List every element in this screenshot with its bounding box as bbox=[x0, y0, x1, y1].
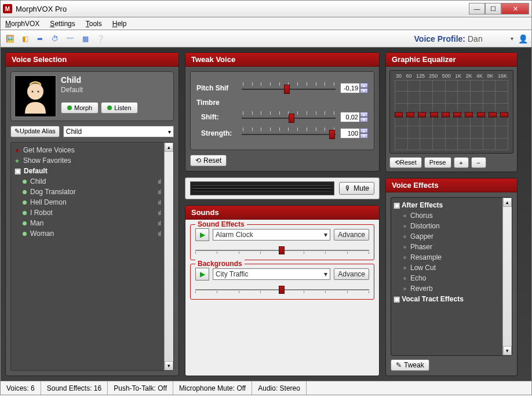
bg-play-button[interactable]: ▶ bbox=[195, 268, 209, 281]
bg-select[interactable]: City Traffic▾ bbox=[213, 268, 330, 280]
spin-down-icon[interactable]: ▾ bbox=[360, 88, 368, 93]
bg-volume-slider[interactable] bbox=[195, 284, 369, 294]
strength-value-input[interactable] bbox=[340, 128, 360, 139]
morph-button[interactable]: Morph bbox=[61, 102, 99, 114]
menu-help[interactable]: Help bbox=[112, 20, 127, 28]
status-audio: Audio: Stereo bbox=[252, 381, 307, 395]
sfx-volume-slider[interactable] bbox=[195, 245, 369, 255]
alias-select-value: Child bbox=[66, 128, 82, 136]
scroll-down-icon[interactable]: ▾ bbox=[165, 361, 173, 370]
pitch-spinbox[interactable]: ▴▾ bbox=[340, 83, 368, 93]
effect-lowcut[interactable]: Low Cut bbox=[393, 263, 500, 273]
sounds-header: Sounds bbox=[185, 206, 379, 220]
eq-preset-button[interactable]: Prese bbox=[424, 157, 451, 168]
current-voice-name: Child bbox=[61, 75, 138, 85]
voice-item-robot[interactable]: I Robotııl bbox=[12, 207, 163, 218]
scroll-up-icon[interactable]: ▴ bbox=[503, 198, 512, 207]
signal-icon: ııl bbox=[158, 210, 161, 216]
voice-item-hell[interactable]: Hell Demonııl bbox=[12, 197, 163, 207]
voice-avatar bbox=[14, 75, 56, 117]
bg-advance-button[interactable]: Advance bbox=[334, 268, 369, 280]
scroll-down-icon[interactable]: ▾ bbox=[503, 346, 512, 355]
toolbar-icon-1[interactable]: 🖼️ bbox=[4, 33, 16, 45]
status-sfx: Sound Effects: 16 bbox=[41, 381, 108, 395]
menu-tools[interactable]: Tools bbox=[86, 20, 102, 28]
strength-spinbox[interactable]: ▴▾ bbox=[340, 128, 368, 139]
effect-phaser[interactable]: Phaser bbox=[393, 242, 500, 252]
pitch-value-input[interactable] bbox=[340, 83, 360, 93]
listen-button[interactable]: Listen bbox=[101, 102, 137, 114]
scroll-up-icon[interactable]: ▴ bbox=[165, 143, 173, 152]
close-button[interactable]: ✕ bbox=[501, 3, 529, 14]
tweak-reset-button[interactable]: ⟲Reset bbox=[190, 155, 227, 166]
status-voices: Voices: 6 bbox=[1, 381, 41, 395]
effect-distortion[interactable]: Distortion bbox=[393, 221, 500, 231]
listen-dot-icon bbox=[107, 105, 112, 110]
status-mic: Microphone Mute: Off bbox=[173, 381, 252, 395]
effect-chorus[interactable]: Chorus bbox=[393, 210, 500, 221]
spin-down-icon[interactable]: ▾ bbox=[360, 133, 368, 139]
spin-up-icon[interactable]: ▴ bbox=[360, 112, 368, 117]
voice-item-dog[interactable]: Dog Translatorııl bbox=[12, 187, 163, 197]
effects-scrollbar[interactable]: ▴ ▾ bbox=[502, 198, 512, 355]
sfx-advance-button[interactable]: Advance bbox=[334, 229, 369, 241]
voice-item-child[interactable]: Childııl bbox=[12, 176, 163, 187]
sfx-play-button[interactable]: ▶ bbox=[195, 228, 209, 241]
voice-group-default[interactable]: ▣Default bbox=[12, 166, 163, 176]
voice-profile-value: Dan bbox=[468, 34, 508, 43]
backgrounds-label: Backgrounds bbox=[195, 260, 245, 268]
spin-up-icon[interactable]: ▴ bbox=[360, 83, 368, 88]
timbre-label: Timbre bbox=[196, 99, 368, 107]
voice-profile-selector[interactable]: Voice Profile: Dan ▾ 👤 bbox=[414, 34, 528, 43]
voice-profile-caret-icon: ▾ bbox=[511, 35, 513, 42]
toolbar-help-icon[interactable]: ❔ bbox=[94, 33, 106, 45]
effects-tweak-button[interactable]: ✎Tweak bbox=[391, 359, 429, 371]
eq-band-labels: 30601252505001K2K4K8K16K bbox=[395, 73, 508, 80]
eq-plus-button[interactable]: + bbox=[454, 157, 469, 168]
eq-minus-button[interactable]: − bbox=[471, 157, 486, 168]
voice-item-man[interactable]: Manııl bbox=[12, 218, 163, 228]
after-effects-group[interactable]: ▣ After Effects bbox=[393, 200, 500, 210]
update-alias-button[interactable]: ✎Update Alias bbox=[10, 126, 60, 137]
effect-echo[interactable]: Echo bbox=[393, 273, 500, 283]
alias-caret-icon: ▾ bbox=[168, 129, 171, 135]
toolbar-icon-3[interactable]: ➦ bbox=[34, 33, 46, 45]
svg-point-2 bbox=[38, 91, 39, 93]
toolbar-icon-2[interactable]: ◧ bbox=[19, 33, 31, 45]
effect-reverb[interactable]: Reverb bbox=[393, 283, 500, 294]
toolbar-timer-icon[interactable]: ⏱ bbox=[49, 33, 61, 45]
effect-gapper[interactable]: Gapper bbox=[393, 231, 500, 242]
toolbar: 🖼️ ◧ ➦ ⏱ 〰 ▦ ❔ Voice Profile: Dan ▾ 👤 bbox=[0, 30, 532, 48]
signal-icon: ııl bbox=[158, 220, 161, 227]
sfx-select[interactable]: Alarm Clock▾ bbox=[213, 229, 330, 241]
get-more-voices[interactable]: ★Get More Voices bbox=[12, 145, 163, 155]
show-favorites[interactable]: ★Show Favorites bbox=[12, 155, 163, 166]
mute-button[interactable]: 🎙Mute bbox=[339, 182, 374, 195]
maximize-button[interactable]: ☐ bbox=[485, 3, 501, 14]
effect-resample[interactable]: Resample bbox=[393, 252, 500, 263]
eq-grid[interactable] bbox=[395, 80, 508, 150]
sound-effects-label: Sound Effects bbox=[195, 220, 247, 228]
toolbar-wave-icon[interactable]: 〰 bbox=[64, 33, 76, 45]
menu-settings[interactable]: Settings bbox=[50, 20, 75, 28]
svg-point-1 bbox=[32, 91, 34, 93]
spin-up-icon[interactable]: ▴ bbox=[360, 128, 368, 133]
voice-list: ★Get More Voices ★Show Favorites ▣Defaul… bbox=[11, 143, 164, 370]
shift-spinbox[interactable]: ▴▾ bbox=[340, 112, 368, 122]
status-ptt: Push-To-Talk: Off bbox=[108, 381, 173, 395]
alias-select[interactable]: Child ▾ bbox=[63, 126, 174, 137]
menu-morphvox[interactable]: MorphVOX bbox=[5, 20, 39, 28]
toolbar-icon-6[interactable]: ▦ bbox=[79, 33, 91, 45]
pitch-slider[interactable] bbox=[242, 82, 336, 94]
strength-slider[interactable] bbox=[242, 128, 336, 139]
vocal-tract-group[interactable]: ▣ Vocal Tract Effects bbox=[393, 294, 500, 304]
minimize-button[interactable]: — bbox=[469, 3, 485, 14]
eq-reset-button[interactable]: ⟲Reset bbox=[389, 157, 422, 168]
shift-value-input[interactable] bbox=[340, 112, 360, 122]
spin-down-icon[interactable]: ▾ bbox=[360, 117, 368, 122]
voice-list-scrollbar[interactable]: ▴ ▾ bbox=[164, 143, 173, 370]
voice-item-woman[interactable]: Womanııl bbox=[12, 228, 163, 239]
effects-list: ▣ After Effects Chorus Distortion Gapper… bbox=[391, 198, 502, 355]
person-icon[interactable]: 👤 bbox=[518, 34, 528, 43]
shift-slider[interactable] bbox=[242, 111, 336, 123]
